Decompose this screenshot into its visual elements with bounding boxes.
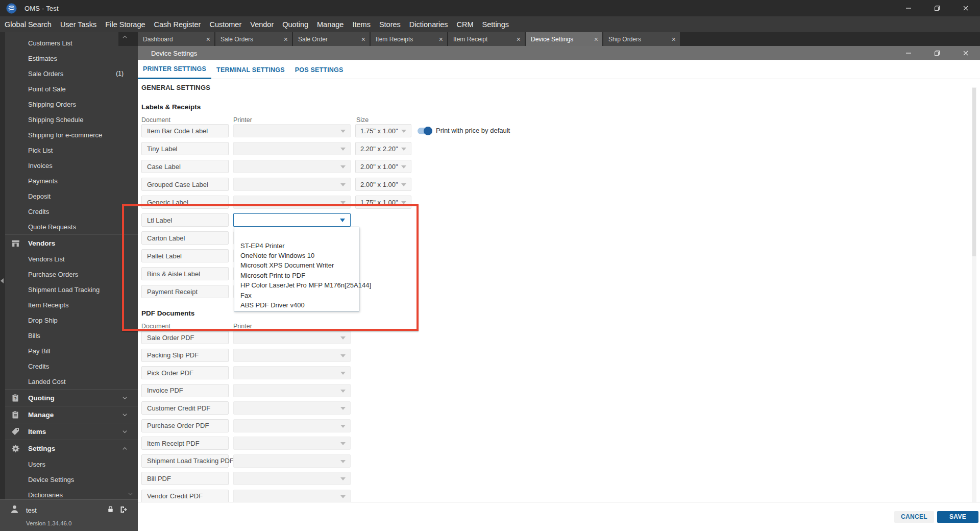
tab-close-icon[interactable]: ×: [672, 36, 676, 43]
sidebar-item-deposit[interactable]: Deposit: [5, 188, 138, 204]
printer-dropdown[interactable]: [233, 349, 351, 362]
size-dropdown[interactable]: 2.20" x 2.20": [355, 142, 411, 155]
sidebar-item-bills[interactable]: Bills: [5, 328, 138, 343]
menu-item-crm[interactable]: CRM: [456, 20, 475, 29]
print-with-price-toggle[interactable]: [418, 128, 431, 134]
tab-ship-orders[interactable]: Ship Orders×: [603, 32, 680, 46]
sidebar-item-pick-list[interactable]: Pick List: [5, 142, 138, 158]
lock-icon[interactable]: [107, 505, 114, 513]
printer-dropdown-open[interactable]: [233, 213, 351, 227]
sidebar-item-credits[interactable]: Credits: [5, 358, 138, 374]
sidebar-item-sale-orders[interactable]: Sale Orders(1): [5, 66, 138, 81]
sidebar-item-users[interactable]: Users: [5, 456, 138, 472]
sidebar-item-shipping-schedule[interactable]: Shipping Schedule: [5, 112, 138, 127]
printer-dropdown[interactable]: [233, 419, 351, 432]
sidebar-section-vendors[interactable]: Vendors: [5, 234, 138, 251]
menu-item-settings[interactable]: Settings: [481, 20, 510, 29]
menu-item-user-tasks[interactable]: User Tasks: [59, 20, 97, 29]
tab-pos-settings[interactable]: POS SETTINGS: [290, 60, 349, 79]
sidebar-collapse-icon[interactable]: [1, 278, 4, 283]
sidebar-item-drop-ship[interactable]: Drop Ship: [5, 312, 138, 328]
sidebar-item-landed-cost[interactable]: Landed Cost: [5, 374, 138, 389]
printer-dropdown[interactable]: [233, 124, 351, 137]
menu-item-quoting[interactable]: Quoting: [281, 20, 309, 29]
tab-scroll-up-icon[interactable]: [122, 34, 128, 40]
minimize-button[interactable]: [894, 0, 923, 16]
tab-sale-orders[interactable]: Sale Orders×: [215, 32, 292, 46]
tab-close-icon[interactable]: ×: [284, 36, 288, 43]
printer-option-abs-pdf-driver-v400[interactable]: ABS PDF Driver v400: [234, 300, 359, 310]
tab-terminal-settings[interactable]: TERMINAL SETTINGS: [211, 60, 290, 79]
size-dropdown[interactable]: 2.00" x 1.00": [355, 160, 411, 173]
menu-item-global-search[interactable]: Global Search: [4, 20, 53, 29]
menu-item-items[interactable]: Items: [351, 20, 371, 29]
sidebar-section-quoting[interactable]: ?Quoting: [5, 389, 138, 406]
menu-item-vendor[interactable]: Vendor: [249, 20, 275, 29]
logout-icon[interactable]: [119, 505, 128, 514]
tab-close-icon[interactable]: ×: [361, 36, 365, 43]
printer-dropdown[interactable]: [233, 472, 351, 485]
sidebar-collapse-strip[interactable]: [0, 32, 5, 531]
printer-option-hp-color-laserjet-pro-mfp-m176n-25a144[interactable]: HP Color LaserJet Pro MFP M176n[25A144]: [234, 280, 359, 290]
size-dropdown[interactable]: 1.75" x 1.00": [355, 196, 411, 209]
tab-close-icon[interactable]: ×: [206, 36, 210, 43]
restore-button[interactable]: [923, 0, 951, 16]
sidebar-item-payments[interactable]: Payments: [5, 173, 138, 188]
sidebar-item-dictionaries[interactable]: Dictionaries: [5, 487, 138, 499]
printer-dropdown[interactable]: [233, 437, 351, 450]
sidebar-item-item-receipts[interactable]: Item Receipts: [5, 297, 138, 312]
sidebar-item-purchase-orders[interactable]: Purchase Orders: [5, 267, 138, 282]
sidebar-item-credits[interactable]: Credits: [5, 204, 138, 219]
printer-dropdown[interactable]: [233, 401, 351, 415]
printer-option-onenote-for-windows-10[interactable]: OneNote for Windows 10: [234, 251, 359, 260]
printer-option-microsoft-print-to-pdf[interactable]: Microsoft Print to PDF: [234, 271, 359, 280]
panel-close-button[interactable]: [951, 46, 980, 60]
close-button[interactable]: [951, 0, 980, 16]
tab-item-receipt[interactable]: Item Receipt×: [448, 32, 525, 46]
menu-item-file-storage[interactable]: File Storage: [104, 20, 146, 29]
tab-device-settings[interactable]: Device Settings×: [526, 32, 602, 46]
menu-item-customer[interactable]: Customer: [208, 20, 242, 29]
scrollbar-thumb[interactable]: [972, 88, 976, 256]
tab-close-icon[interactable]: ×: [594, 36, 598, 43]
printer-dropdown[interactable]: [233, 490, 351, 503]
printer-dropdown[interactable]: [233, 178, 351, 191]
menu-item-manage[interactable]: Manage: [316, 20, 345, 29]
printer-dropdown[interactable]: [233, 160, 351, 173]
tab-sale-order[interactable]: Sale Order×: [293, 32, 370, 46]
sidebar-item-estimates[interactable]: Estimates: [5, 51, 138, 66]
tab-close-icon[interactable]: ×: [517, 36, 521, 43]
sidebar-item-shipping-orders[interactable]: Shipping Orders: [5, 96, 138, 112]
tab-item-receipts[interactable]: Item Receipts×: [371, 32, 447, 46]
sidebar-item-shipping-for-e-commerce[interactable]: Shipping for e-commerce: [5, 127, 138, 142]
printer-option-empty[interactable]: [234, 231, 359, 240]
sidebar-section-settings[interactable]: Settings: [5, 440, 138, 456]
sidebar-item-shipment-load-tracking[interactable]: Shipment Load Tracking: [5, 282, 138, 297]
sidebar-item-customers-list[interactable]: Customers List: [5, 35, 138, 51]
printer-option-st-ep4-printer[interactable]: ST-EP4 Printer: [234, 240, 359, 250]
save-button[interactable]: SAVE: [937, 511, 978, 523]
printer-dropdown[interactable]: [233, 196, 351, 209]
printer-dropdown[interactable]: [233, 142, 351, 155]
printer-dropdown[interactable]: [233, 366, 351, 379]
cancel-button[interactable]: CANCEL: [894, 511, 934, 523]
sidebar-item-device-settings[interactable]: Device Settings: [5, 472, 138, 487]
menu-item-cash-register[interactable]: Cash Register: [153, 20, 202, 29]
vertical-scrollbar[interactable]: [972, 87, 976, 503]
panel-restore-button[interactable]: [923, 46, 951, 60]
printer-dropdown[interactable]: [233, 331, 351, 344]
size-dropdown[interactable]: 1.75" x 1.00": [355, 124, 411, 137]
tab-printer-settings[interactable]: PRINTER SETTINGS: [138, 60, 211, 79]
sidebar-item-vendors-list[interactable]: Vendors List: [5, 251, 138, 267]
sidebar-item-quote-requests[interactable]: Quote Requests: [5, 219, 138, 234]
sidebar-section-items[interactable]: Items: [5, 423, 138, 440]
sidebar-item-point-of-sale[interactable]: Point of Sale: [5, 81, 138, 96]
tab-dashboard[interactable]: Dashboard×: [138, 32, 214, 46]
menu-item-dictionaries[interactable]: Dictionaries: [408, 20, 449, 29]
printer-option-fax[interactable]: Fax: [234, 290, 359, 300]
size-dropdown[interactable]: 2.00" x 1.00": [355, 178, 411, 191]
menu-item-stores[interactable]: Stores: [378, 20, 402, 29]
sidebar-item-pay-bill[interactable]: Pay Bill: [5, 343, 138, 358]
sidebar-scroll-down-icon[interactable]: [128, 491, 133, 497]
panel-minimize-button[interactable]: [894, 46, 923, 60]
